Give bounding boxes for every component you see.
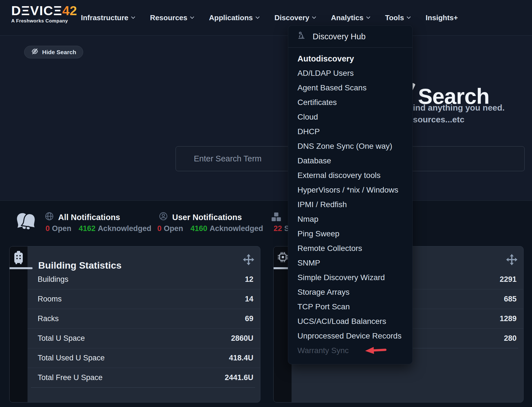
menu-item-dns-zone-sync[interactable]: DNS Zone Sync (One way) [288,139,412,154]
menu-item-list: Autodiscovery AD/LDAP Users Agent Based … [288,48,412,358]
menu-item-database[interactable]: Database [288,154,412,168]
partial-notifications-stats: 22S [274,224,289,233]
hero-subtitle-line2: sources...etc [413,115,464,124]
menu-item-discovery-hub[interactable]: Discovery Hub [288,26,412,48]
menu-item-warranty-sync: Warranty Sync [288,343,412,358]
menu-item-nmap[interactable]: Nmap [288,212,412,227]
menu-item-ipmi-redfish[interactable]: IPMI / Redfish [288,197,412,212]
table-row: Rooms14 [28,289,260,309]
all-notifications-title: All Notifications [58,213,120,222]
row-label: Total U Space [38,334,231,343]
user-circle-icon [159,212,168,223]
ack-label: Acknowledged [98,224,151,233]
nav-label: Insights+ [426,13,458,22]
chevron-down-icon [366,15,370,19]
open-count: 0 [46,224,50,233]
nav-label: Resources [150,13,187,22]
red-annotation-arrow [365,346,387,356]
menu-item-certificates[interactable]: Certificates [288,95,412,110]
table-row: Buildings12 [28,269,260,289]
menu-item-ad-ldap-users[interactable]: AD/LDAP Users [288,66,412,81]
open-label: Open [52,224,71,233]
row-value: 418.4U [229,354,253,362]
hide-search-label: Hide Search [42,49,76,56]
menu-item-dhcp[interactable]: DHCP [288,124,412,139]
user-notifications-link[interactable]: User Notifications [159,212,242,223]
menu-item-ucs-aci-load-balancers[interactable]: UCS/ACI/Load Balancers [288,314,412,329]
hero-subtitle-line1: ind anything you need. [413,103,505,113]
globe-icon [45,212,54,223]
menu-item-remote-collectors[interactable]: Remote Collectors [288,241,412,256]
row-value: 1289 [500,314,517,323]
move-handle-icon[interactable] [506,254,518,267]
device42-logo[interactable]: DΞVICΞ42 A Freshworks Company [11,4,77,24]
stats-table: Buildings12 Rooms14 Racks69 Total U Spac… [28,269,260,388]
row-value: 2441.6U [225,373,253,382]
menu-item-cloud[interactable]: Cloud [288,110,412,124]
open-count: 0 [157,224,162,233]
menu-item-autodiscovery[interactable]: Autodiscovery [288,51,412,66]
menu-item-label: Discovery Hub [313,32,366,41]
nav-analytics[interactable]: Analytics [331,13,370,22]
row-label: Total Used U Space [38,354,229,362]
notification-bells-icon [13,211,39,235]
table-row: Total Used U Space418.4U [28,348,260,368]
all-notifications-stats: 0Open4162Acknowledged [46,224,151,233]
nav-insights-plus[interactable]: Insights+ [426,13,458,22]
menu-item-ping-sweep[interactable]: Ping Sweep [288,227,412,241]
nav-infrastructure[interactable]: Infrastructure [81,13,135,22]
chip-icon [277,251,288,264]
chevron-down-icon [190,15,194,19]
logo-text: DΞVICΞ [11,3,62,18]
nav-resources[interactable]: Resources [150,13,194,22]
menu-item-external-discovery-tools[interactable]: External discovery tools [288,168,412,183]
logo-wordmark: DΞVICΞ42 [11,4,77,17]
row-label: Buildings [38,275,245,284]
building-statistics-card: Building Statistics Buildings12 Rooms14 … [9,246,260,403]
menu-item-tcp-port-scan[interactable]: TCP Port Scan [288,299,412,314]
move-handle-icon[interactable] [243,254,254,267]
hide-search-button[interactable]: Hide Search [24,46,83,58]
chevron-down-icon [407,15,411,19]
table-row: Total U Space2860U [28,328,260,348]
row-label: Total Free U Space [38,373,225,382]
row-value: 12 [245,275,253,284]
menu-item-hypervisors-nix-windows[interactable]: HyperVisors / *nix / Windows [288,183,412,197]
nav-applications[interactable]: Applications [209,13,259,22]
user-notifications-stats: 0Open4160Acknowledged [157,224,263,233]
chevron-down-icon [312,15,316,19]
dashboard-section: All Notifications 0Open4162Acknowledged … [0,200,532,407]
row-label: Racks [38,314,245,323]
nav-tools[interactable]: Tools [385,13,410,22]
table-row: Racks69 [28,309,260,328]
cubes-icon[interactable] [271,212,282,224]
menu-item-agent-based-scans[interactable]: Agent Based Scans [288,81,412,95]
row-value: 2860U [231,334,253,343]
row-value: 280 [504,334,517,343]
table-row: Total Free U Space2441.6U [28,368,260,387]
menu-item-unprocessed-device-records[interactable]: Unprocessed Device Records [288,329,412,343]
row-label: Rooms [38,295,245,303]
nav-discovery[interactable]: Discovery [274,13,315,22]
ack-count: 4160 [190,224,207,233]
card-tab-indicator [10,267,33,269]
nav-label: Tools [385,13,404,22]
nav-label: Applications [209,13,253,22]
menu-item-simple-discovery-wizard[interactable]: Simple Discovery Wizard [288,270,412,285]
row-value: 685 [504,295,517,303]
chevron-down-icon [131,15,135,19]
all-notifications-link[interactable]: All Notifications [45,212,120,223]
top-navigation-bar: DΞVICΞ42 A Freshworks Company Infrastruc… [0,0,532,36]
row-value: 69 [245,314,253,323]
device42-dashboard: DΞVICΞ42 A Freshworks Company Infrastruc… [0,0,532,407]
search-hero-section: Hide Search Search ind anything you need… [0,36,532,200]
nav-label: Discovery [274,13,309,22]
table-end-divider [31,387,255,388]
logo-42: 42 [62,3,77,18]
discovery-dropdown-menu: Discovery Hub Autodiscovery AD/LDAP User… [288,25,413,364]
card-side-strip [10,246,28,402]
menu-item-snmp[interactable]: SNMP [288,256,412,270]
menu-item-storage-arrays[interactable]: Storage Arrays [288,285,412,299]
count: 22 [274,224,282,233]
nav-label: Infrastructure [81,13,128,22]
